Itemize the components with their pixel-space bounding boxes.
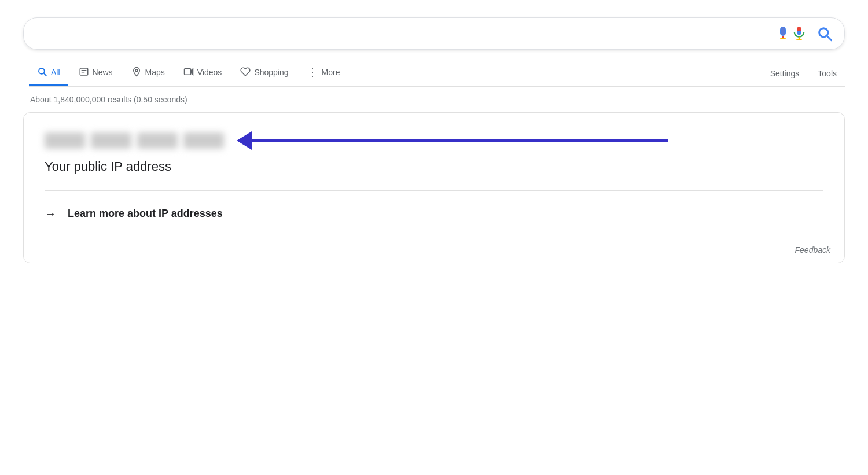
tab-maps[interactable]: Maps [123, 61, 173, 86]
search-bar: what's my ip address [23, 17, 845, 50]
nav-tabs: All News Maps Videos [29, 60, 845, 87]
ip-block-1 [45, 132, 85, 149]
tab-more-label: More [322, 68, 340, 77]
ip-blurred [45, 132, 224, 149]
tab-news[interactable]: News [71, 61, 121, 86]
arrow-head [237, 131, 252, 150]
videos-icon [183, 67, 194, 79]
search-icons [775, 24, 833, 43]
tab-shopping-label: Shopping [254, 68, 288, 77]
ip-row [45, 131, 823, 150]
ip-block-3 [137, 132, 178, 149]
svg-line-9 [44, 73, 46, 75]
tab-shopping[interactable]: Shopping [232, 61, 296, 86]
mic-button[interactable] [775, 24, 807, 43]
arrow-line [252, 139, 668, 142]
tab-all[interactable]: All [29, 61, 68, 86]
svg-rect-14 [184, 68, 190, 75]
all-icon [37, 67, 47, 79]
learn-more-text: Learn more about IP addresses [68, 208, 223, 220]
svg-rect-3 [797, 27, 801, 35]
svg-rect-1 [780, 38, 786, 39]
tab-all-label: All [51, 68, 60, 77]
ip-result-card: Your public IP address → Learn more abou… [23, 112, 845, 263]
maps-icon [131, 67, 142, 79]
search-input[interactable]: what's my ip address [35, 27, 775, 40]
tab-maps-label: Maps [145, 68, 165, 77]
ip-section: Your public IP address [24, 113, 844, 190]
more-icon: ⋮ [307, 66, 318, 79]
mic-icon [775, 25, 791, 42]
feedback-row: Feedback [24, 237, 844, 263]
settings-link[interactable]: Settings [762, 63, 808, 84]
ip-label: Your public IP address [45, 159, 823, 174]
tab-videos-label: Videos [197, 68, 222, 77]
news-icon [79, 67, 89, 79]
tools-link[interactable]: Tools [810, 63, 845, 84]
svg-point-13 [135, 69, 138, 71]
ip-block-4 [183, 132, 224, 149]
right-arrow-icon: → [45, 207, 56, 220]
search-button[interactable] [816, 25, 833, 42]
search-icon [816, 25, 833, 42]
feedback-link[interactable]: Feedback [795, 245, 830, 255]
shopping-icon [240, 67, 251, 79]
tab-news-label: News [93, 68, 113, 77]
mic-icon-colored [791, 24, 807, 43]
tab-videos[interactable]: Videos [175, 61, 230, 86]
nav-right: Settings Tools [762, 63, 845, 84]
svg-line-7 [827, 36, 832, 40]
results-count: About 1,840,000,000 results (0.50 second… [30, 95, 845, 104]
ip-block-2 [91, 132, 131, 149]
tab-more[interactable]: ⋮ More [299, 60, 348, 86]
learn-more-row[interactable]: → Learn more about IP addresses [24, 191, 844, 237]
arrow-annotation [238, 131, 668, 150]
